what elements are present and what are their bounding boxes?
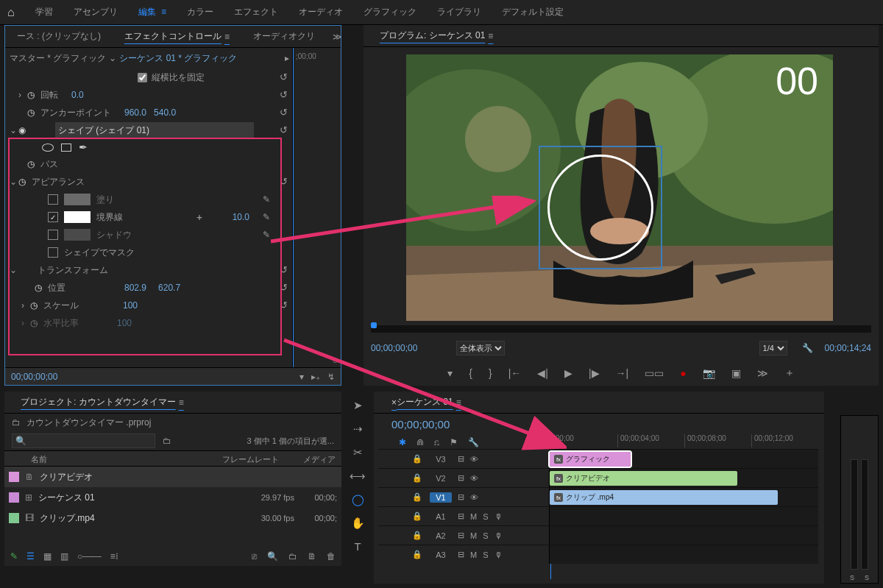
track-label[interactable]: A3 <box>430 550 452 559</box>
hscale-value[interactable]: 100 <box>117 318 132 328</box>
stopwatch-icon[interactable]: ◷ <box>18 177 29 187</box>
find-icon[interactable]: 🔍 <box>267 551 278 562</box>
hand-tool-icon[interactable]: ✋ <box>351 517 365 530</box>
new-bin-icon[interactable]: 🗀 <box>163 436 171 446</box>
project-row[interactable]: ⊞ シーケンス 01 29.97 fps 00;00; <box>4 487 341 508</box>
play-icon[interactable]: ▶ <box>564 367 572 379</box>
new-bin-icon[interactable]: 🗀 <box>288 551 297 562</box>
icon-view-icon[interactable]: ▦ <box>43 551 52 562</box>
mark-out-icon[interactable]: } <box>489 367 492 379</box>
program-tc-left[interactable]: 00;00;00;00 <box>371 343 444 353</box>
reset-icon[interactable]: ↺ <box>280 300 288 311</box>
reset-icon[interactable]: ↺ <box>280 264 288 275</box>
voiceover-icon[interactable]: 🎙 <box>494 512 503 521</box>
ec-mini-timeline[interactable]: ;00;00 ○ <box>292 48 341 385</box>
ws-defaults[interactable]: デフォルト設定 <box>502 6 564 18</box>
tab-source[interactable]: ース : (クリップなし) <box>5 26 113 47</box>
stroke-checkbox[interactable] <box>48 212 58 222</box>
add-stroke-icon[interactable]: ＋ <box>195 211 204 224</box>
solo-icon[interactable]: S <box>483 531 488 540</box>
keyframe-nav-icon[interactable]: ▸₊ <box>311 372 320 382</box>
settings-icon[interactable]: 🔧 <box>468 437 479 447</box>
shadow-swatch[interactable] <box>64 229 91 241</box>
overflow-icon[interactable]: ≫ <box>757 367 768 379</box>
aspect-lock-checkbox[interactable] <box>138 73 147 82</box>
tab-effect-controls[interactable]: エフェクトコントロール ≡ <box>113 26 241 47</box>
ws-color[interactable]: カラー <box>187 6 213 18</box>
bin-icon[interactable]: 🗀 <box>12 417 21 428</box>
mask-checkbox[interactable] <box>48 247 58 258</box>
toggle-icon[interactable]: ⊟ <box>458 492 464 502</box>
track-label[interactable]: V3 <box>430 455 452 464</box>
timeline-clip[interactable]: fxクリアビデオ <box>550 471 737 486</box>
tab-program[interactable]: プログラム: シーケンス 01 ≡ <box>368 25 505 46</box>
play-mini-icon[interactable]: ▸ <box>285 53 292 63</box>
position-y-value[interactable]: 620.7 <box>158 283 180 293</box>
mute-icon[interactable]: ⊟ <box>458 511 464 521</box>
step-back-icon[interactable]: ◀| <box>537 367 548 379</box>
type-tool-icon[interactable]: T <box>354 540 361 553</box>
stopwatch-icon[interactable]: ◷ <box>30 318 40 328</box>
pen-icon[interactable]: ✒ <box>79 141 88 153</box>
mute-icon[interactable]: ⊟ <box>458 550 464 559</box>
ws-assembly[interactable]: アセンブリ <box>74 6 118 18</box>
mute-icon[interactable]: M <box>470 550 477 559</box>
eye-icon[interactable]: 👁 <box>470 474 478 483</box>
add-marker-icon[interactable]: ▾ <box>447 367 453 379</box>
fill-checkbox[interactable] <box>48 194 58 205</box>
rotation-value[interactable]: 0.0 <box>71 90 84 100</box>
razor-tool-icon[interactable]: ⟷ <box>350 470 366 483</box>
pencil-icon[interactable]: ✎ <box>10 551 18 562</box>
reset-icon[interactable]: ↺ <box>280 176 288 187</box>
anchor-y-value[interactable]: 540.0 <box>154 107 176 118</box>
marker-icon[interactable]: ⚑ <box>450 437 458 447</box>
reset-icon[interactable]: ↺ <box>280 124 288 135</box>
voiceover-icon[interactable]: 🎙 <box>494 531 503 540</box>
timeline-timecode[interactable]: 00;00;00;00 <box>391 418 450 431</box>
toggle-icon[interactable]: ⊟ <box>458 454 464 464</box>
reset-icon[interactable]: ↺ <box>280 89 288 100</box>
program-preview[interactable]: 00 <box>406 54 833 321</box>
selection-tool-icon[interactable]: ➤ <box>353 399 363 412</box>
lock-icon[interactable]: 🔒 <box>412 531 422 540</box>
filter-icon[interactable]: ▾ <box>299 372 304 382</box>
tab-overflow[interactable]: ≫ <box>327 32 348 42</box>
stopwatch-icon[interactable]: ◷ <box>27 159 38 169</box>
eye-icon[interactable]: 👁 <box>470 493 478 502</box>
track-lane[interactable] <box>549 526 818 545</box>
ellipse-tool-icon[interactable]: ◯ <box>352 493 364 506</box>
ws-edit[interactable]: 編集 ≡ <box>138 6 166 18</box>
voiceover-icon[interactable]: 🎙 <box>494 550 503 559</box>
lock-icon[interactable]: 🔒 <box>412 492 422 502</box>
ripple-tool-icon[interactable]: ✂ <box>353 446 363 459</box>
lock-icon[interactable]: 🔒 <box>412 473 422 483</box>
mute-icon[interactable]: M <box>470 531 477 540</box>
scale-value[interactable]: 100 <box>123 300 138 311</box>
shadow-checkbox[interactable] <box>48 230 58 240</box>
ws-effects[interactable]: エフェクト <box>234 6 278 18</box>
linked-sel-icon[interactable]: ⎌ <box>434 437 439 447</box>
go-in-icon[interactable]: |← <box>508 367 522 379</box>
eye-icon[interactable]: ◉ <box>18 125 26 135</box>
mute-icon[interactable]: ⊟ <box>458 531 464 540</box>
eyedropper-icon[interactable]: ✎ <box>263 194 270 205</box>
go-out-icon[interactable]: →| <box>616 367 629 379</box>
reset-icon[interactable]: ↺ <box>280 71 288 82</box>
zoom-fit-select[interactable]: 全体表示 <box>456 341 505 355</box>
track-lane[interactable] <box>549 545 818 564</box>
timeline-clip[interactable]: fxグラフィック <box>550 452 631 467</box>
ws-learn[interactable]: 学習 <box>35 6 53 18</box>
stroke-value[interactable]: 10.0 <box>233 212 249 222</box>
tab-sequence[interactable]: × シーケンス 01 ≡ <box>378 392 473 413</box>
stopwatch-icon[interactable]: ◷ <box>35 283 45 293</box>
anchor-x-value[interactable]: 960.0 <box>124 107 146 118</box>
program-scrubber[interactable] <box>371 325 871 333</box>
eyedropper-icon[interactable]: ✎ <box>263 230 270 240</box>
lock-icon[interactable]: 🔒 <box>412 550 422 559</box>
track-lane[interactable]: fxクリアビデオ <box>549 469 818 487</box>
solo-icon[interactable]: S <box>483 512 488 521</box>
stopwatch-icon[interactable]: ◷ <box>27 90 38 100</box>
tab-audio-clip[interactable]: オーディオクリ <box>241 26 327 47</box>
mute-icon[interactable]: M <box>470 512 477 521</box>
stroke-swatch[interactable] <box>64 211 91 223</box>
